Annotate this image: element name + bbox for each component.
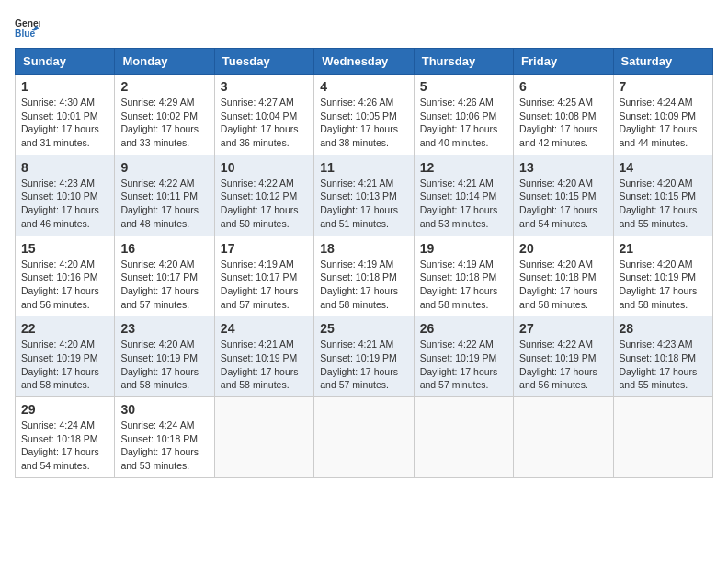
day-cell-1: 1Sunrise: 4:30 AMSunset: 10:01 PMDayligh… — [16, 75, 115, 155]
calendar-header-row: SundayMondayTuesdayWednesdayThursdayFrid… — [16, 49, 713, 75]
day-info: Sunrise: 4:22 AMSunset: 10:11 PMDaylight… — [120, 177, 208, 231]
day-info: Sunrise: 4:21 AMSunset: 10:13 PMDaylight… — [320, 177, 407, 231]
day-header-sunday: Sunday — [16, 49, 115, 75]
day-number: 8 — [21, 160, 108, 175]
day-info: Sunrise: 4:20 AMSunset: 10:15 PMDaylight… — [620, 177, 707, 231]
day-header-monday: Monday — [115, 49, 214, 75]
day-info: Sunrise: 4:20 AMSunset: 10:19 PMDaylight… — [620, 258, 707, 312]
day-header-friday: Friday — [514, 49, 613, 75]
day-info: Sunrise: 4:19 AMSunset: 10:18 PMDaylight… — [320, 258, 407, 312]
day-number: 9 — [120, 160, 208, 175]
day-number: 6 — [519, 79, 607, 94]
day-cell-9: 9Sunrise: 4:22 AMSunset: 10:11 PMDayligh… — [115, 155, 214, 236]
day-info: Sunrise: 4:23 AMSunset: 10:10 PMDaylight… — [21, 177, 108, 231]
day-info: Sunrise: 4:21 AMSunset: 10:19 PMDaylight… — [320, 338, 407, 392]
day-number: 11 — [320, 160, 407, 175]
empty-cell — [314, 397, 414, 478]
day-info: Sunrise: 4:26 AMSunset: 10:06 PMDaylight… — [420, 96, 507, 150]
day-number: 26 — [420, 321, 507, 336]
calendar-week-4: 22Sunrise: 4:20 AMSunset: 10:19 PMDaylig… — [16, 316, 713, 397]
day-info: Sunrise: 4:21 AMSunset: 10:19 PMDaylight… — [221, 338, 308, 392]
day-info: Sunrise: 4:22 AMSunset: 10:19 PMDaylight… — [519, 338, 607, 392]
day-info: Sunrise: 4:24 AMSunset: 10:18 PMDaylight… — [120, 419, 208, 473]
day-cell-12: 12Sunrise: 4:21 AMSunset: 10:14 PMDaylig… — [414, 155, 513, 236]
day-cell-27: 27Sunrise: 4:22 AMSunset: 10:19 PMDaylig… — [514, 316, 613, 397]
day-cell-19: 19Sunrise: 4:19 AMSunset: 10:18 PMDaylig… — [414, 236, 513, 316]
svg-text:Blue: Blue — [15, 29, 36, 39]
day-number: 20 — [519, 241, 607, 256]
day-number: 25 — [320, 321, 407, 336]
day-info: Sunrise: 4:26 AMSunset: 10:05 PMDaylight… — [320, 96, 407, 150]
day-info: Sunrise: 4:20 AMSunset: 10:16 PMDaylight… — [21, 258, 108, 312]
day-info: Sunrise: 4:20 AMSunset: 10:18 PMDaylight… — [519, 258, 607, 312]
day-number: 14 — [620, 160, 707, 175]
day-cell-17: 17Sunrise: 4:19 AMSunset: 10:17 PMDaylig… — [214, 236, 313, 316]
day-cell-30: 30Sunrise: 4:24 AMSunset: 10:18 PMDaylig… — [115, 397, 214, 478]
day-info: Sunrise: 4:23 AMSunset: 10:18 PMDaylight… — [620, 338, 707, 392]
calendar-week-2: 8Sunrise: 4:23 AMSunset: 10:10 PMDayligh… — [16, 155, 713, 236]
day-cell-16: 16Sunrise: 4:20 AMSunset: 10:17 PMDaylig… — [115, 236, 214, 316]
day-cell-21: 21Sunrise: 4:20 AMSunset: 10:19 PMDaylig… — [613, 236, 712, 316]
empty-cell — [214, 397, 313, 478]
day-cell-29: 29Sunrise: 4:24 AMSunset: 10:18 PMDaylig… — [16, 397, 115, 478]
calendar-week-3: 15Sunrise: 4:20 AMSunset: 10:16 PMDaylig… — [16, 236, 713, 316]
day-number: 1 — [21, 79, 108, 94]
day-cell-28: 28Sunrise: 4:23 AMSunset: 10:18 PMDaylig… — [613, 316, 712, 397]
day-cell-24: 24Sunrise: 4:21 AMSunset: 10:19 PMDaylig… — [214, 316, 313, 397]
day-number: 12 — [420, 160, 507, 175]
logo: General Blue — [15, 15, 40, 40]
day-cell-25: 25Sunrise: 4:21 AMSunset: 10:19 PMDaylig… — [314, 316, 414, 397]
empty-cell — [414, 397, 513, 478]
day-cell-15: 15Sunrise: 4:20 AMSunset: 10:16 PMDaylig… — [16, 236, 115, 316]
empty-cell — [613, 397, 712, 478]
calendar-week-5: 29Sunrise: 4:24 AMSunset: 10:18 PMDaylig… — [16, 397, 713, 478]
day-cell-18: 18Sunrise: 4:19 AMSunset: 10:18 PMDaylig… — [314, 236, 414, 316]
day-number: 27 — [519, 321, 607, 336]
day-cell-10: 10Sunrise: 4:22 AMSunset: 10:12 PMDaylig… — [214, 155, 313, 236]
day-cell-22: 22Sunrise: 4:20 AMSunset: 10:19 PMDaylig… — [16, 316, 115, 397]
empty-cell — [514, 397, 613, 478]
day-info: Sunrise: 4:20 AMSunset: 10:19 PMDaylight… — [120, 338, 208, 392]
day-number: 17 — [221, 241, 308, 256]
day-info: Sunrise: 4:20 AMSunset: 10:15 PMDaylight… — [519, 177, 607, 231]
day-info: Sunrise: 4:24 AMSunset: 10:09 PMDaylight… — [620, 96, 707, 150]
day-number: 3 — [221, 79, 308, 94]
day-cell-6: 6Sunrise: 4:25 AMSunset: 10:08 PMDayligh… — [514, 75, 613, 155]
day-cell-7: 7Sunrise: 4:24 AMSunset: 10:09 PMDayligh… — [613, 75, 712, 155]
day-info: Sunrise: 4:22 AMSunset: 10:12 PMDaylight… — [221, 177, 308, 231]
day-cell-13: 13Sunrise: 4:20 AMSunset: 10:15 PMDaylig… — [514, 155, 613, 236]
day-cell-26: 26Sunrise: 4:22 AMSunset: 10:19 PMDaylig… — [414, 316, 513, 397]
day-number: 21 — [620, 241, 707, 256]
day-number: 19 — [420, 241, 507, 256]
day-number: 30 — [120, 402, 208, 417]
day-info: Sunrise: 4:19 AMSunset: 10:17 PMDaylight… — [221, 258, 308, 312]
day-cell-11: 11Sunrise: 4:21 AMSunset: 10:13 PMDaylig… — [314, 155, 414, 236]
day-info: Sunrise: 4:30 AMSunset: 10:01 PMDaylight… — [21, 96, 108, 150]
day-number: 4 — [320, 79, 407, 94]
day-number: 22 — [21, 321, 108, 336]
day-number: 18 — [320, 241, 407, 256]
day-number: 28 — [620, 321, 707, 336]
day-number: 29 — [21, 402, 108, 417]
day-cell-20: 20Sunrise: 4:20 AMSunset: 10:18 PMDaylig… — [514, 236, 613, 316]
day-number: 16 — [120, 241, 208, 256]
day-number: 23 — [120, 321, 208, 336]
day-info: Sunrise: 4:27 AMSunset: 10:04 PMDaylight… — [221, 96, 308, 150]
day-cell-5: 5Sunrise: 4:26 AMSunset: 10:06 PMDayligh… — [414, 75, 513, 155]
day-header-thursday: Thursday — [414, 49, 513, 75]
calendar-week-1: 1Sunrise: 4:30 AMSunset: 10:01 PMDayligh… — [16, 75, 713, 155]
day-cell-23: 23Sunrise: 4:20 AMSunset: 10:19 PMDaylig… — [115, 316, 214, 397]
day-number: 15 — [21, 241, 108, 256]
day-info: Sunrise: 4:21 AMSunset: 10:14 PMDaylight… — [420, 177, 507, 231]
day-header-tuesday: Tuesday — [214, 49, 313, 75]
day-cell-14: 14Sunrise: 4:20 AMSunset: 10:15 PMDaylig… — [613, 155, 712, 236]
day-info: Sunrise: 4:22 AMSunset: 10:19 PMDaylight… — [420, 338, 507, 392]
day-header-saturday: Saturday — [613, 49, 712, 75]
day-number: 2 — [120, 79, 208, 94]
day-cell-2: 2Sunrise: 4:29 AMSunset: 10:02 PMDayligh… — [115, 75, 214, 155]
day-info: Sunrise: 4:24 AMSunset: 10:18 PMDaylight… — [21, 419, 108, 473]
page-header: General Blue — [15, 15, 713, 40]
day-number: 24 — [221, 321, 308, 336]
day-cell-4: 4Sunrise: 4:26 AMSunset: 10:05 PMDayligh… — [314, 75, 414, 155]
day-info: Sunrise: 4:19 AMSunset: 10:18 PMDaylight… — [420, 258, 507, 312]
